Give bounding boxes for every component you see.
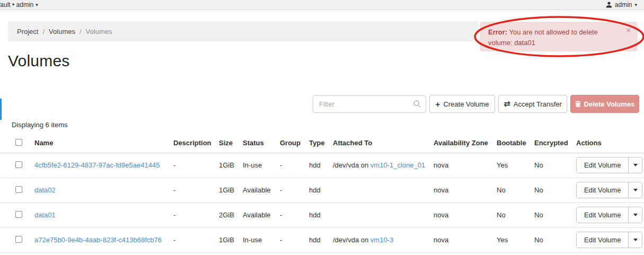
availability-zone-cell: nova (434, 203, 497, 227)
row-actions: Edit Volume (576, 182, 642, 198)
items-count-text: Displaying 6 items (12, 121, 68, 129)
row-actions: Edit Volume (576, 232, 642, 248)
attached-to-cell: /dev/vda on vm10-1_clone_01 (333, 153, 434, 178)
actions-dropdown-toggle[interactable] (628, 232, 642, 248)
row-checkbox[interactable] (15, 161, 22, 168)
actions-dropdown-toggle[interactable] (628, 157, 642, 173)
description-cell: - (173, 178, 219, 203)
row-actions: Edit Volume (576, 157, 642, 173)
status-cell: Available (243, 203, 280, 227)
breadcrumb-project[interactable]: Project (17, 28, 38, 36)
column-header-group: Group (280, 134, 309, 153)
row-select-cell (0, 178, 34, 203)
filter-input[interactable] (313, 95, 426, 113)
actions-dropdown-toggle[interactable] (628, 207, 642, 223)
attached-to-cell (333, 178, 434, 203)
caret-down-icon (633, 189, 638, 191)
close-icon[interactable]: × (626, 26, 631, 34)
user-label: admin (615, 1, 632, 8)
size-cell: 2GiB (219, 203, 243, 227)
edit-volume-button[interactable]: Edit Volume (577, 157, 628, 173)
availability-zone-cell: nova (434, 178, 497, 203)
table-row: data02-1GiBAvailable-hddnovaNoNoEdit Vol… (0, 178, 644, 203)
actions-cell: Edit Volume (576, 203, 644, 227)
bootable-cell: No (497, 203, 534, 227)
row-select-cell (0, 227, 34, 252)
size-cell: 1GiB (219, 178, 243, 203)
column-header-type: Type (309, 134, 333, 153)
chevron-down-icon: ▾ (634, 2, 637, 7)
volumes-table: NameDescriptionSizeStatusGroupTypeAttach… (0, 134, 644, 253)
size-cell: 1GiB (219, 153, 243, 178)
encrypted-cell: No (534, 153, 576, 178)
search-icon (413, 100, 421, 110)
delete-volumes-button[interactable]: Delete Volumes (570, 95, 639, 113)
delete-volumes-label: Delete Volumes (584, 100, 635, 108)
actions-cell: Edit Volume (576, 153, 644, 178)
volume-name-link[interactable]: 4cfb5fe2-6129-4837-97ac-fd9e5ae41445 (34, 161, 160, 169)
row-actions: Edit Volume (576, 207, 642, 223)
breadcrumb-volumes[interactable]: Volumes (49, 28, 75, 36)
description-cell: - (173, 203, 219, 227)
accept-transfer-button[interactable]: ⇄ Accept Transfer (498, 95, 567, 113)
attached-instance-link[interactable]: vm10-1_clone_01 (370, 161, 425, 169)
error-toast: Error: You are not allowed to delete vol… (480, 22, 638, 51)
plus-icon: + (436, 100, 440, 109)
status-cell: Available (243, 178, 280, 203)
type-cell: hdd (309, 178, 333, 203)
edit-volume-button[interactable]: Edit Volume (577, 232, 628, 248)
create-volume-button[interactable]: + Create Volume (429, 95, 495, 113)
column-header-status: Status (243, 134, 280, 153)
encrypted-cell: No (534, 178, 576, 203)
type-cell: hdd (309, 227, 333, 252)
availability-zone-cell: nova (434, 227, 497, 252)
encrypted-cell: No (534, 227, 576, 252)
group-cell: - (280, 153, 309, 178)
column-header-size: Size (219, 134, 243, 153)
sidebar-active-indicator (0, 99, 2, 120)
filter-field-wrap (313, 95, 426, 113)
row-checkbox[interactable] (15, 211, 22, 218)
type-cell: hdd (309, 203, 333, 227)
volume-name-cell: 4cfb5fe2-6129-4837-97ac-fd9e5ae41445 (34, 153, 173, 178)
size-cell: 1GiB (219, 227, 243, 252)
edit-volume-button[interactable]: Edit Volume (577, 182, 628, 198)
accept-transfer-label: Accept Transfer (514, 100, 562, 108)
table-row: 4cfb5fe2-6129-4837-97ac-fd9e5ae41445-1Gi… (0, 153, 644, 178)
table-row: data01-2GiBAvailable-hddnovaNoNoEdit Vol… (0, 203, 644, 227)
caret-down-icon (633, 164, 638, 166)
caret-down-icon (633, 239, 638, 241)
trash-icon (575, 101, 581, 107)
row-select-cell (0, 153, 34, 178)
column-header-bootable: Bootable (497, 134, 534, 153)
user-menu[interactable]: admin ▾ (606, 1, 637, 8)
type-cell: hdd (309, 153, 333, 178)
volume-name-link[interactable]: a72e75b0-9e4b-4aab-823f-c413b68fcb76 (34, 236, 162, 244)
create-volume-label: Create Volume (443, 100, 489, 108)
encrypted-cell: No (534, 203, 576, 227)
context-label: fault • admin (0, 1, 33, 8)
volume-name-cell: a72e75b0-9e4b-4aab-823f-c413b68fcb76 (34, 227, 173, 252)
bootable-cell: Yes (497, 153, 534, 178)
row-checkbox[interactable] (15, 236, 22, 243)
volume-name-link[interactable]: data01 (34, 211, 56, 219)
caret-down-icon (633, 214, 638, 216)
column-header-description: Description (173, 134, 219, 153)
actions-dropdown-toggle[interactable] (628, 182, 642, 198)
column-header-name: Name (34, 134, 173, 153)
availability-zone-cell: nova (434, 153, 497, 178)
breadcrumb: Project / Volumes / Volumes (8, 21, 479, 41)
attached-instance-link[interactable]: vm10-3 (370, 236, 393, 244)
actions-cell: Edit Volume (576, 227, 644, 252)
attached-to-cell (333, 203, 434, 227)
context-switcher[interactable]: fault • admin ▾ (0, 1, 38, 8)
row-select-cell (0, 203, 34, 227)
chevron-down-icon: ▾ (36, 2, 38, 7)
volume-name-link[interactable]: data02 (34, 186, 56, 194)
group-cell: - (280, 178, 309, 203)
status-cell: In-use (243, 153, 280, 178)
attached-to-cell: /dev/vda on vm10-3 (333, 227, 434, 252)
row-checkbox[interactable] (15, 186, 22, 193)
select-all-checkbox[interactable] (15, 139, 22, 146)
edit-volume-button[interactable]: Edit Volume (577, 207, 628, 223)
